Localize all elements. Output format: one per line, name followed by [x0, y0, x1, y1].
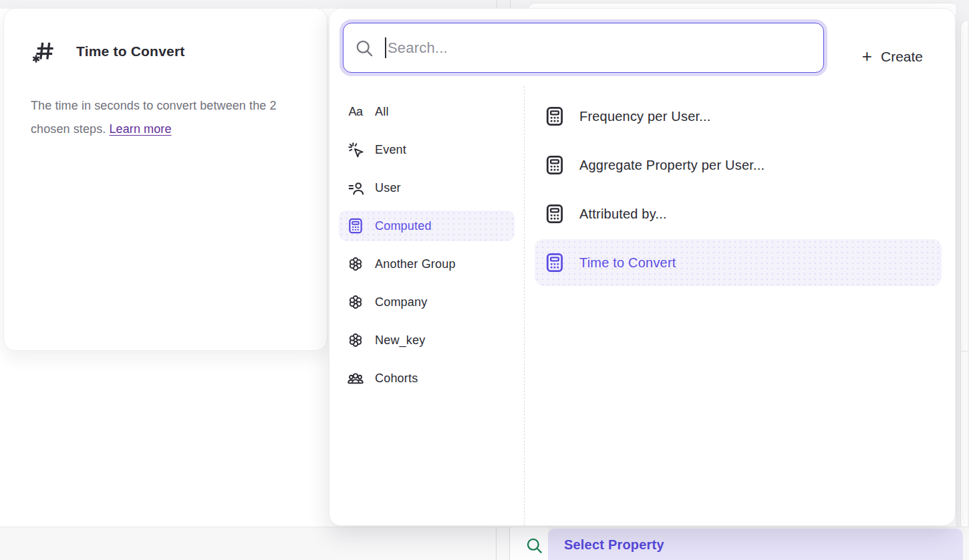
- page-title: Time to Convert: [76, 43, 184, 59]
- cohorts-people-icon: [347, 370, 364, 387]
- info-card-description: The time in seconds to convert between t…: [4, 65, 277, 141]
- calculator-icon: [544, 252, 565, 273]
- category-label: User: [375, 181, 401, 195]
- category-item-event[interactable]: Event: [339, 134, 515, 165]
- results-list: Frequency per User... Aggregate Property…: [525, 86, 956, 526]
- result-label: Time to Convert: [579, 255, 676, 271]
- category-label: Company: [375, 295, 427, 309]
- text-caret: [385, 37, 386, 58]
- property-info-card: Time to Convert The time in seconds to c…: [3, 8, 327, 351]
- result-item-time-to-convert[interactable]: Time to Convert: [535, 239, 942, 286]
- calculator-icon: [544, 106, 565, 127]
- calculator-icon: [544, 203, 565, 225]
- group-cluster-icon: [347, 293, 364, 311]
- group-cluster-icon: [347, 255, 364, 273]
- result-label: Attributed by...: [579, 206, 667, 222]
- background-panel-edge: [496, 527, 497, 560]
- result-item-aggregate-property-per-user[interactable]: Aggregate Property per User...: [535, 142, 942, 188]
- create-button[interactable]: + Create: [862, 43, 923, 70]
- info-card-header: Time to Convert: [4, 9, 327, 65]
- background-panel-edge: [509, 527, 510, 560]
- category-item-another-group[interactable]: Another Group: [339, 249, 515, 279]
- category-label: All: [375, 105, 389, 119]
- category-label: New_key: [375, 333, 425, 347]
- search-icon: [355, 39, 374, 57]
- user-profile-icon: [347, 179, 364, 196]
- select-property-label: Select Property: [564, 537, 664, 553]
- search-placeholder: Search...: [388, 39, 448, 57]
- group-cluster-icon: [347, 331, 364, 349]
- result-item-frequency-per-user[interactable]: Frequency per User...: [535, 93, 942, 140]
- background-divider: [960, 351, 969, 352]
- category-item-company[interactable]: Company: [339, 287, 515, 317]
- category-label: Another Group: [375, 257, 456, 271]
- category-item-cohorts[interactable]: Cohorts: [339, 363, 515, 394]
- cursor-click-icon: [347, 141, 364, 158]
- picker-body: Aa All Event: [329, 86, 956, 526]
- select-property-button[interactable]: Select Property: [548, 529, 963, 560]
- result-item-attributed-by[interactable]: Attributed by...: [535, 190, 942, 237]
- category-label: Cohorts: [375, 372, 418, 386]
- calculator-icon: [544, 154, 565, 176]
- text-format-icon: Aa: [347, 103, 364, 120]
- category-item-computed[interactable]: Computed: [339, 211, 515, 241]
- numeric-hash-icon: [31, 38, 57, 65]
- category-item-new-key[interactable]: New_key: [339, 325, 515, 356]
- category-item-user[interactable]: User: [339, 172, 515, 203]
- background-card-edge: [960, 20, 968, 527]
- search-input[interactable]: Search...: [343, 23, 824, 73]
- property-picker-popover: Search... + Create Aa All Event: [329, 8, 956, 526]
- plus-icon: +: [862, 47, 872, 65]
- result-label: Frequency per User...: [579, 109, 711, 124]
- create-button-label: Create: [881, 49, 923, 65]
- calculator-icon: [347, 217, 364, 235]
- category-item-all[interactable]: Aa All: [339, 96, 515, 127]
- search-icon: [525, 537, 543, 555]
- category-sidebar: Aa All Event: [329, 86, 525, 526]
- learn-more-link[interactable]: Learn more: [109, 122, 171, 136]
- category-label: Computed: [375, 219, 432, 233]
- result-label: Aggregate Property per User...: [579, 158, 765, 173]
- category-label: Event: [375, 143, 406, 157]
- background-bottom-strip: Select Property: [0, 527, 969, 560]
